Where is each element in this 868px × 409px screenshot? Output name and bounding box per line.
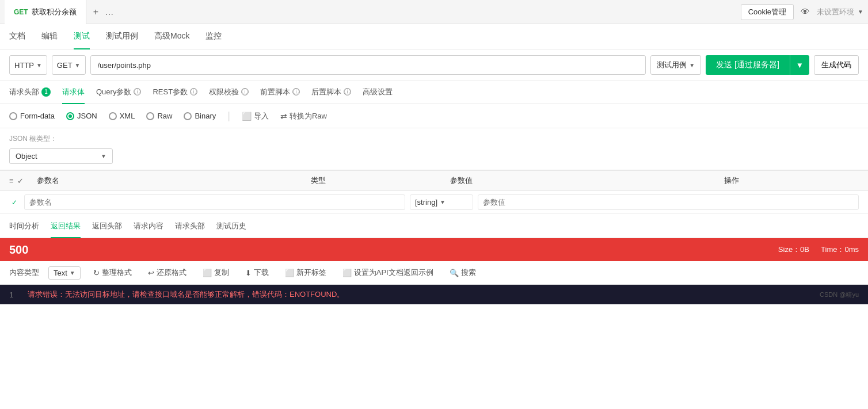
req-tab-pre-script[interactable]: 前置脚本 ⓘ [260, 81, 300, 104]
more-tabs-icon[interactable]: ... [105, 7, 114, 17]
content-type-chevron-icon: ▼ [70, 270, 75, 276]
response-tabs: 时间分析 返回结果 返回头部 请求内容 请求头部 测试历史 [0, 215, 868, 238]
search-button[interactable]: 🔍 搜索 [446, 266, 479, 280]
res-tab-history[interactable]: 测试历史 [216, 215, 246, 238]
param-value-input[interactable] [478, 194, 859, 210]
send-button[interactable]: 发送 [通过服务器] [706, 55, 790, 75]
top-right-actions: Cookie管理 👁 未设置环境 ▼ [741, 4, 863, 20]
protocol-chevron-icon: ▼ [36, 62, 42, 68]
req-tab-auth[interactable]: 权限校验 ⓘ [209, 81, 249, 104]
restore-icon: ↩ [148, 269, 154, 277]
res-tab-timing[interactable]: 时间分析 [9, 215, 39, 238]
row-check[interactable]: ✓ [9, 197, 20, 208]
nav-item-edit[interactable]: 编辑 [41, 24, 58, 49]
param-type-chevron-icon: ▼ [440, 199, 446, 205]
param-type-select[interactable]: [string] ▼ [410, 194, 473, 210]
url-bar: HTTP ▼ GET ▼ 测试用例 ▼ 发送 [通过服务器] ▼ 生成代码 [0, 49, 868, 81]
table-row: ✓ [string] ▼ [0, 191, 868, 214]
drag-icon: ≡ [9, 177, 14, 185]
error-bar: 1 请求错误：无法访问目标地址，请检查接口域名是否能够正常解析，错误代码：ENO… [0, 285, 868, 304]
add-tab-icon[interactable]: + [93, 7, 98, 17]
api-tab[interactable]: GET 获取积分余额 [5, 0, 86, 24]
watermark: CSDN @精yu [820, 290, 859, 299]
query-info-icon: ⓘ [134, 88, 141, 95]
new-tab-icon: ⬜ [285, 269, 294, 277]
convert-icon: ⇄ [280, 112, 287, 121]
tab-actions: + ... [86, 7, 121, 17]
post-script-info-icon: ⓘ [344, 88, 351, 95]
content-type-label: 内容类型 [9, 267, 39, 278]
req-tab-query[interactable]: Query参数 ⓘ [96, 81, 141, 104]
req-tab-headers[interactable]: 请求头部 1 [9, 81, 51, 104]
nav-item-test[interactable]: 测试 [74, 24, 90, 49]
params-header: ≡ ✓ 参数名 类型 参数值 操作 [0, 170, 868, 191]
response-size: Size：0B [778, 244, 809, 255]
nav-item-docs[interactable]: 文档 [9, 24, 25, 49]
res-tab-result[interactable]: 返回结果 [51, 215, 81, 238]
import-icon: ⬜ [242, 112, 252, 121]
radio-form-data-circle [9, 112, 17, 120]
content-type-value: Text [54, 269, 67, 277]
generate-code-button[interactable]: 生成代码 [814, 55, 859, 75]
radio-binary[interactable]: Binary [184, 112, 216, 120]
radio-raw[interactable]: Raw [146, 112, 172, 120]
col-header-value: 参数值 [450, 175, 719, 186]
req-tab-body[interactable]: 请求体 [62, 81, 85, 104]
body-options: Form-data JSON XML Raw Binary | ⬜ 导入 ⇄ 转… [0, 104, 868, 128]
top-tab-bar: GET 获取积分余额 + ... Cookie管理 👁 未设置环境 ▼ [0, 0, 868, 24]
test-case-label: 测试用例 [657, 60, 687, 70]
test-case-button[interactable]: 测试用例 ▼ [650, 55, 701, 75]
nav-item-test-case[interactable]: 测试用例 [106, 24, 138, 49]
content-type-select[interactable]: Text ▼ [48, 266, 81, 280]
response-time: Time：0ms [821, 244, 859, 255]
param-name-input[interactable] [24, 194, 405, 210]
req-tab-rest[interactable]: REST参数 ⓘ [153, 81, 197, 104]
send-dropdown-button[interactable]: ▼ [790, 55, 809, 75]
convert-raw-button[interactable]: ⇄ 转换为Raw [280, 111, 327, 121]
res-tab-request-body[interactable]: 请求内容 [134, 215, 163, 238]
req-tab-advanced[interactable]: 高级设置 [363, 81, 393, 104]
set-example-button[interactable]: ⬜ 设置为API文档返回示例 [339, 266, 437, 280]
json-root-section: JSON 根类型： Object ▼ [0, 128, 868, 170]
headers-badge: 1 [41, 87, 51, 97]
download-button[interactable]: ⬇ 下载 [242, 266, 272, 280]
error-line-number: 1 [9, 290, 18, 299]
method-select[interactable]: GET ▼ [52, 55, 86, 75]
restore-button[interactable]: ↩ 还原格式 [144, 266, 190, 280]
format-button[interactable]: ↻ 整理格式 [90, 266, 135, 280]
radio-raw-circle [146, 112, 154, 120]
protocol-value: HTTP [14, 61, 34, 70]
set-example-icon: ⬜ [342, 269, 352, 277]
check-icon: ✓ [17, 177, 24, 185]
col-header-type: 类型 [311, 175, 446, 186]
url-input[interactable] [90, 55, 646, 75]
env-text: 未设置环境 [817, 7, 854, 17]
radio-form-data[interactable]: Form-data [9, 112, 55, 120]
req-tab-post-script[interactable]: 后置脚本 ⓘ [311, 81, 351, 104]
secondary-nav: 文档 编辑 测试 测试用例 高级Mock 监控 [0, 24, 868, 49]
env-selector[interactable]: 未设置环境 ▼ [817, 7, 863, 17]
cookie-manage-button[interactable]: Cookie管理 [741, 4, 794, 20]
nav-item-monitor[interactable]: 监控 [205, 24, 222, 49]
res-tab-headers[interactable]: 返回头部 [92, 215, 122, 238]
error-message: 请求错误：无法访问目标地址，请检查接口域名是否能够正常解析，错误代码：ENOTF… [28, 289, 344, 300]
request-tabs: 请求头部 1 请求体 Query参数 ⓘ REST参数 ⓘ 权限校验 ⓘ 前置脚… [0, 81, 868, 104]
protocol-select[interactable]: HTTP ▼ [9, 55, 47, 75]
status-code: 500 [9, 243, 28, 257]
rest-info-icon: ⓘ [190, 88, 197, 95]
res-tab-request-headers[interactable]: 请求头部 [175, 215, 205, 238]
json-type-select[interactable]: Object ▼ [9, 148, 113, 164]
copy-icon: ⬜ [203, 269, 212, 277]
status-meta: Size：0B Time：0ms [778, 244, 859, 255]
radio-xml[interactable]: XML [109, 112, 135, 120]
params-table: ≡ ✓ 参数名 类型 参数值 操作 ✓ [string] ▼ [0, 170, 868, 214]
param-type-value: [string] [415, 198, 437, 207]
radio-json[interactable]: JSON [66, 112, 97, 120]
method-badge: GET [14, 8, 28, 16]
nav-item-advanced-mock[interactable]: 高级Mock [154, 24, 189, 49]
radio-xml-circle [109, 112, 117, 120]
import-button[interactable]: ⬜ 导入 [242, 111, 269, 121]
new-tab-button[interactable]: ⬜ 新开标签 [281, 266, 330, 280]
copy-button[interactable]: ⬜ 复制 [199, 266, 233, 280]
preview-icon[interactable]: 👁 [801, 7, 810, 17]
